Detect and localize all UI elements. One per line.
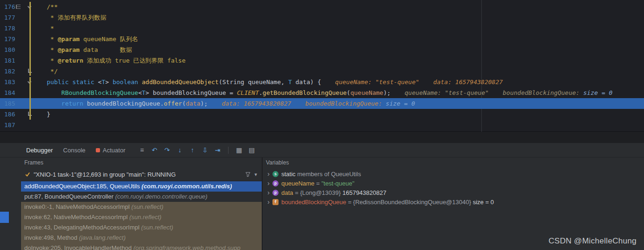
line-number[interactable]: 181 [0,57,21,64]
tab-label: Console [63,147,86,154]
gutter[interactable] [21,77,47,87]
run-to-cursor-icon[interactable]: ⇥ [212,145,223,155]
vcs-change-stripe [29,77,31,120]
expand-chevron-icon[interactable]: › [265,179,272,187]
frame-row[interactable]: invoke0:-1, NativeMethodAccessorImpl (su… [21,202,262,212]
tab-actuator[interactable]: Actuator [91,143,130,157]
line-number[interactable]: 177 [0,14,21,21]
line-number[interactable]: 184 [0,89,21,96]
variable-text: {RedissonBoundedBlockingQueue@13040} [353,199,471,206]
code-line[interactable]: 180 * @param data 数据 [0,44,644,55]
variable-text: = [293,189,300,196]
show-execution-point-icon[interactable]: ↶ [149,145,160,155]
code-line[interactable]: 179 * @param queueName 队列名 [0,34,644,44]
gutter[interactable] [21,55,47,66]
menu-icon[interactable]: ≡ [136,145,148,155]
gutter[interactable] [21,98,47,109]
line-number[interactable]: 183 [0,79,21,86]
line-number[interactable]: 178 [0,25,21,32]
line-number[interactable]: 179 [0,36,21,43]
line-number[interactable]: 185 [0,100,21,107]
code-text: } [47,111,644,118]
code-line[interactable]: 176/** [0,1,644,12]
variable-row[interactable]: ›sstatic members of QueueUtils [263,169,644,179]
gutter[interactable] [21,87,47,98]
frames-panel: Frames "XNIO-1 task-1"@12,693 in group "… [21,157,262,250]
code-line[interactable]: 182 */ [0,66,644,77]
expand-chevron-icon[interactable]: › [265,189,272,196]
frame-row[interactable]: invoke:43, DelegatingMethodAccessorImpl … [21,222,262,233]
frame-package: (sun.reflect) [129,214,162,221]
frame-method: invoke0:-1, NativeMethodAccessorImpl [24,203,131,210]
tab-label: Debugger [26,147,53,154]
frame-row[interactable]: addBoundedQueueObject:185, QueueUtils (c… [21,181,262,192]
dropdown-caret-icon[interactable]: ▾ [254,171,257,178]
code-text: */ [47,68,644,75]
variable-text: boundedBlockingQueue [281,199,346,206]
code-line[interactable]: 187 [0,120,644,130]
variable-row[interactable]: ›fboundedBlockingQueue = {RedissonBounde… [263,197,644,207]
code-text: /** [47,3,644,10]
gutter[interactable] [21,120,47,130]
line-number[interactable]: 180 [0,46,21,53]
line-number[interactable]: 187 [0,121,21,129]
variable-text: queueName [281,180,315,187]
vcs-change-stripe [29,2,31,76]
gutter[interactable] [21,1,47,12]
gutter[interactable] [21,44,47,55]
step-out-icon[interactable]: ↑ [186,145,198,155]
code-line[interactable]: 181 * @return 添加成功 true 已达到界限 false [0,55,644,66]
variable-text: = [346,199,353,206]
evaluate-expression-icon[interactable]: ▦ [233,145,245,155]
frame-row[interactable]: invoke:62, NativeMethodAccessorImpl (sun… [21,212,262,222]
frame-row[interactable]: doInvoke:205, InvocableHandlerMethod (or… [21,243,262,250]
variable-row[interactable]: ›pdata = {Long@13039} 1657943820827 [263,188,644,197]
frame-method: addBoundedQueueObject:185, QueueUtils [24,183,142,190]
static-icon: s [272,171,279,177]
gutter[interactable] [21,12,47,23]
frames-list: addBoundedQueueObject:185, QueueUtils (c… [21,181,262,250]
frame-method: doInvoke:205, InvocableHandlerMethod [24,244,133,250]
thread-running-check-icon [25,171,30,177]
code-line[interactable]: 178 * [0,23,644,34]
layout-settings-icon[interactable]: ▤ [246,145,258,155]
filter-frames-icon[interactable] [245,171,251,177]
variable-text: 1657943820827 [341,189,386,196]
frame-method: put:87, BoundedQueueController [24,193,115,200]
expand-chevron-icon[interactable]: › [265,170,272,178]
frame-package: (sun.reflect) [141,224,173,231]
variable-text: members of QueueUtils [295,171,361,178]
frame-row[interactable]: invoke:498, Method (java.lang.reflect) [21,233,262,243]
code-text: * [47,25,644,32]
line-number[interactable]: 182 [0,68,21,75]
gutter[interactable] [21,34,47,44]
code-line[interactable]: 184 RBoundedBlockingQueue<T> boundedBloc… [0,87,644,98]
field-icon: f [272,199,279,205]
thread-selector[interactable]: "XNIO-1 task-1"@12,693 in group "main": … [21,168,262,181]
code-line[interactable]: 183public static <T> boolean addBoundedQ… [0,77,644,87]
code-line[interactable]: 185 return boundedBlockingQueue.offer(da… [0,98,644,109]
force-step-into-icon[interactable]: ⇩ [199,145,211,155]
step-over-icon[interactable]: ↷ [161,145,173,155]
tab-console[interactable]: Console [58,143,91,157]
debug-tab-bar: DebuggerConsoleActuator ≡↶↷↓↑⇩⇥▦▤ [0,143,644,157]
line-number[interactable]: 186 [0,111,21,118]
gutter[interactable] [21,23,47,34]
debug-panel-body: Frames "XNIO-1 task-1"@12,693 in group "… [0,157,644,250]
frame-row[interactable]: put:87, BoundedQueueController (com.ruoy… [21,192,262,202]
code-text: public static <T> boolean addBoundedQueu… [47,79,644,86]
variable-text: {Long@13039} [300,189,341,196]
gutter[interactable] [21,66,47,77]
step-into-icon[interactable]: ↓ [174,145,186,155]
variable-text: = [315,180,322,187]
variable-row[interactable]: ›pqueueName = "test-queue" [263,179,644,188]
code-editor[interactable]: 176/**177 * 添加有界队列数据178 *179 * @param qu… [0,0,644,132]
code-line[interactable]: 177 * 添加有界队列数据 [0,12,644,23]
debug-toolbar: ≡↶↷↓↑⇩⇥▦▤ [136,145,258,155]
code-line[interactable]: 186} [0,109,644,120]
active-toolwindow-indicator[interactable] [0,212,9,223]
code-text: * 添加有界队列数据 [47,14,644,22]
expand-chevron-icon[interactable]: › [265,198,272,206]
tab-debugger[interactable]: Debugger [21,143,58,157]
gutter[interactable] [21,109,47,120]
